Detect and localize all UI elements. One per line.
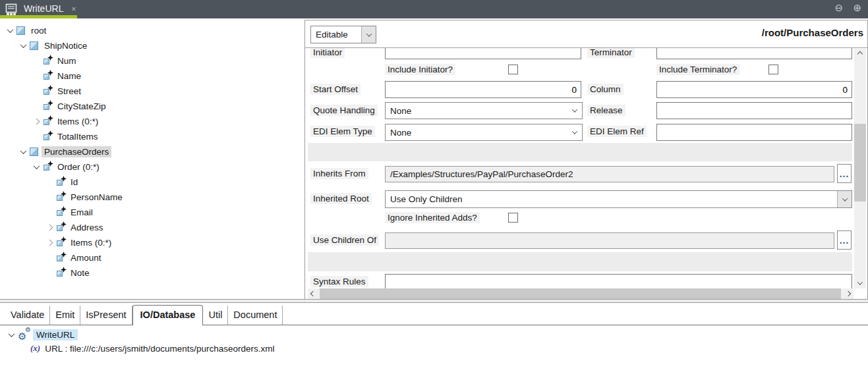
tree-item-order-items[interactable]: Items (0:*) <box>0 235 303 250</box>
inherited-root-value: Use Only Children <box>386 194 837 204</box>
tree-item-personname[interactable]: PersonName <box>0 190 303 205</box>
chevron-down-icon[interactable] <box>17 149 29 154</box>
title-bar: WriteURL × ⊖ ⊕ <box>0 0 868 18</box>
tree-item-label: Address <box>68 222 106 233</box>
element-leaf-icon <box>42 117 55 126</box>
element-leaf-icon <box>42 132 55 142</box>
edi-elem-type-dropdown[interactable]: None <box>385 124 583 141</box>
scroll-down-icon[interactable] <box>854 278 866 288</box>
tree-item-label: Amount <box>68 252 104 263</box>
horizontal-scrollbar[interactable] <box>308 288 854 299</box>
syntax-rules-input[interactable] <box>385 274 852 288</box>
tree-item-purchaseorders[interactable]: PurchaseOrders <box>0 144 303 159</box>
element-leaf-icon <box>55 238 68 248</box>
tab-ispresent[interactable]: IsPresent <box>80 306 132 325</box>
initiator-label: Initiator <box>310 47 345 58</box>
quote-handling-dropdown[interactable]: None <box>385 102 583 119</box>
tab-util[interactable]: Util <box>203 306 228 325</box>
chevron-down-icon[interactable] <box>567 124 582 140</box>
properties-header: Editable /root/PurchaseOrders <box>305 20 867 48</box>
vertical-scrollbar-thumb[interactable] <box>854 124 866 202</box>
structure-tree: root ShipNotice Num Name Street CityStat… <box>0 18 303 300</box>
collapse-all-icon[interactable]: ⊖ <box>834 2 843 14</box>
horizontal-scrollbar-thumb[interactable] <box>320 288 841 299</box>
gears-icon: ⚙ ⚙ <box>17 329 32 341</box>
use-children-of-browse-button[interactable]: ... <box>837 230 852 250</box>
inherits-from-browse-button[interactable]: ... <box>837 164 852 183</box>
chevron-down-icon[interactable] <box>361 26 376 43</box>
tree-item-label: Note <box>68 267 92 279</box>
tree-item-name[interactable]: Name <box>0 68 303 84</box>
scroll-up-icon[interactable] <box>854 49 866 59</box>
tree-item-label: Items (0:*) <box>68 237 114 248</box>
tree-item-id[interactable]: Id <box>0 175 303 190</box>
tree-item-items[interactable]: Items (0:*) <box>0 114 303 129</box>
release-input[interactable] <box>656 102 852 119</box>
tree-item-label: Items (0:*) <box>55 116 101 127</box>
tree-item-address[interactable]: Address <box>0 220 303 235</box>
start-offset-input[interactable] <box>385 81 581 98</box>
use-children-of-field <box>385 232 834 249</box>
close-tab-icon[interactable]: × <box>71 4 76 14</box>
tree-item-amount[interactable]: Amount <box>0 250 303 265</box>
edi-elem-type-label: EDI Elem Type <box>310 126 375 137</box>
document-tab-title[interactable]: WriteURL <box>24 3 63 14</box>
terminator-label: Terminator <box>587 47 635 58</box>
start-offset-label: Start Offset <box>310 84 361 95</box>
tab-io-database[interactable]: IO/Database <box>132 305 204 325</box>
structure-node-icon <box>29 147 42 157</box>
include-terminator-label: Include Terminator? <box>656 64 739 75</box>
tab-validate[interactable]: Validate <box>5 306 50 325</box>
chevron-down-icon[interactable] <box>567 103 582 119</box>
edi-elem-ref-label: EDI Elem Ref <box>587 126 647 137</box>
io-writeurl-node[interactable]: ⚙ ⚙ WriteURL <box>0 327 78 342</box>
properties-panel: Initiator Terminator Include Initiator? … <box>304 20 868 300</box>
tab-emit[interactable]: Emit <box>50 306 80 325</box>
tree-item-label: Email <box>68 207 96 218</box>
chevron-right-icon[interactable] <box>43 225 55 230</box>
chevron-down-icon[interactable] <box>4 28 16 33</box>
quote-handling-label: Quote Handling <box>310 105 378 116</box>
tree-item-label: Num <box>55 55 79 67</box>
inherited-root-dropdown[interactable]: Use Only Children <box>385 190 852 208</box>
edit-mode-value: Editable <box>311 30 361 40</box>
tree-item-order[interactable]: Order (0:*) <box>0 159 303 175</box>
io-url-row[interactable]: (x) URL : file:///c:/users/jsmith/docume… <box>30 343 275 354</box>
tree-item-root[interactable]: root <box>0 23 303 38</box>
include-terminator-checkbox[interactable] <box>768 65 778 74</box>
tree-item-label: CityStateZip <box>55 101 109 112</box>
tab-document[interactable]: Document <box>228 306 283 325</box>
tree-item-shipnotice[interactable]: ShipNotice <box>0 38 303 53</box>
element-leaf-icon <box>42 71 55 81</box>
scroll-right-icon[interactable] <box>843 288 854 299</box>
expand-all-icon[interactable]: ⊕ <box>853 2 861 14</box>
tree-item-label: ShipNotice <box>42 40 90 51</box>
use-children-of-label: Use Children Of <box>310 234 379 246</box>
element-leaf-icon <box>55 253 68 263</box>
section-separator <box>308 252 852 271</box>
tree-item-label: Order (0:*) <box>55 161 102 173</box>
inherits-from-field: /Examples/Structures/PayPal/PurchaseOrde… <box>385 166 834 182</box>
chevron-right-icon[interactable] <box>43 240 55 245</box>
tree-item-note[interactable]: Note <box>0 265 303 281</box>
scroll-left-icon[interactable] <box>308 288 318 299</box>
element-leaf-icon <box>42 86 55 96</box>
ignore-inherited-adds-checkbox[interactable] <box>508 213 518 223</box>
chevron-down-icon[interactable] <box>837 191 852 207</box>
tree-item-street[interactable]: Street <box>0 84 303 99</box>
io-node-label[interactable]: WriteURL <box>33 329 78 340</box>
tree-item-citystatezip[interactable]: CityStateZip <box>0 99 303 114</box>
vertical-scrollbar[interactable] <box>854 49 866 288</box>
chevron-down-icon[interactable] <box>30 165 42 169</box>
chevron-down-icon[interactable] <box>5 333 17 337</box>
chevron-right-icon[interactable] <box>30 119 42 124</box>
chevron-down-icon[interactable] <box>17 43 29 48</box>
column-input[interactable] <box>656 81 852 98</box>
structure-node-icon <box>29 41 42 51</box>
include-initiator-checkbox[interactable] <box>508 65 518 74</box>
edit-mode-dropdown[interactable]: Editable <box>310 26 376 43</box>
tree-item-email[interactable]: Email <box>0 205 303 220</box>
tree-item-totalitems[interactable]: TotalItems <box>0 129 303 144</box>
edi-elem-ref-input[interactable] <box>656 124 852 141</box>
tree-item-num[interactable]: Num <box>0 53 303 68</box>
